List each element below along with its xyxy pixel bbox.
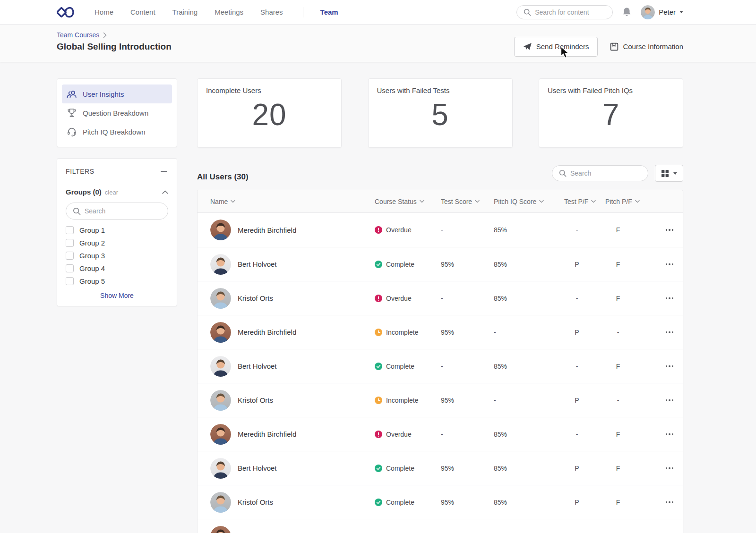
row-actions-menu-icon[interactable] bbox=[665, 465, 675, 472]
global-search-input[interactable] bbox=[535, 8, 606, 16]
collapse-filters-icon[interactable] bbox=[160, 167, 168, 176]
column-header-name[interactable]: Name bbox=[198, 198, 375, 205]
nav-item-training[interactable]: Training bbox=[172, 8, 198, 16]
stat-card-users-with-failed-tests: Users with Failed Tests5 bbox=[368, 78, 513, 148]
table-row[interactable]: Bert Holvoet Complete - 85% - F bbox=[198, 349, 683, 383]
filters-title: FILTERS bbox=[66, 168, 94, 175]
column-label: Name bbox=[210, 198, 228, 205]
pitch-pf: F bbox=[605, 226, 631, 234]
global-search[interactable] bbox=[516, 5, 613, 19]
column-header-test-p-f[interactable]: Test P/F bbox=[564, 198, 605, 205]
column-header-test-score[interactable]: Test Score bbox=[441, 198, 494, 205]
chevron-up-icon[interactable] bbox=[162, 190, 168, 194]
table-row[interactable] bbox=[198, 519, 683, 533]
test-score: - bbox=[441, 363, 443, 370]
user-menu[interactable]: Peter bbox=[641, 5, 683, 19]
group-option-group-5[interactable]: Group 5 bbox=[66, 277, 168, 285]
user-name: Meredith Birchfield bbox=[238, 430, 296, 438]
pitch-iq-score: 85% bbox=[494, 431, 507, 438]
test-pf: P bbox=[564, 499, 590, 506]
checkbox[interactable] bbox=[66, 226, 74, 234]
row-actions-menu-icon[interactable] bbox=[665, 397, 675, 404]
test-score: 95% bbox=[441, 465, 454, 472]
user-name: Kristof Orts bbox=[238, 396, 273, 404]
nav-item-meetings[interactable]: Meetings bbox=[215, 8, 243, 16]
sort-chevron-icon bbox=[591, 200, 596, 203]
insights-nav: User InsightsQuestion BreakdownPitch IQ … bbox=[57, 78, 177, 147]
avatar bbox=[210, 322, 231, 343]
paper-plane-icon bbox=[523, 42, 532, 51]
course-status: Incomplete bbox=[375, 329, 418, 336]
user-name: Peter bbox=[659, 8, 676, 16]
stats-cards: Incomplete Users20Users with Failed Test… bbox=[197, 78, 683, 148]
page-title: Global Selling Introduction bbox=[57, 42, 172, 52]
send-reminders-label: Send Reminders bbox=[536, 42, 589, 51]
sidebar-item-label: Pitch IQ Breakdown bbox=[83, 128, 146, 136]
nav-item-team[interactable]: Team bbox=[320, 8, 338, 16]
column-header-pitch-iq-score[interactable]: Pitch IQ Score bbox=[494, 198, 564, 205]
sidebar-item-question-breakdown[interactable]: Question Breakdown bbox=[62, 103, 172, 122]
test-score: 95% bbox=[441, 261, 454, 268]
group-option-group-2[interactable]: Group 2 bbox=[66, 239, 168, 247]
course-information-button[interactable]: Course Information bbox=[610, 42, 683, 51]
brand-logo-icon[interactable] bbox=[57, 6, 75, 18]
avatar bbox=[210, 254, 231, 275]
sidebar-item-user-insights[interactable]: User Insights bbox=[62, 85, 172, 103]
pitch-pf: F bbox=[605, 261, 631, 268]
table-row[interactable]: Kristof Orts Incomplete 95% - P - bbox=[198, 383, 683, 417]
group-option-group-3[interactable]: Group 3 bbox=[66, 252, 168, 260]
table-row[interactable]: Bert Holvoet Complete 95% 85% P F bbox=[198, 451, 683, 485]
avatar bbox=[210, 220, 231, 240]
table-row[interactable]: Kristof Orts Complete 95% 85% P F bbox=[198, 485, 683, 519]
table-row[interactable]: Kristof Orts Overdue - 85% - F bbox=[198, 281, 683, 315]
checkbox[interactable] bbox=[66, 239, 74, 247]
row-actions-menu-icon[interactable] bbox=[665, 226, 675, 234]
row-actions-menu-icon[interactable] bbox=[665, 363, 675, 370]
table-row[interactable]: Meredith Birchfield Incomplete 95% - P - bbox=[198, 315, 683, 349]
group-option-group-1[interactable]: Group 1 bbox=[66, 226, 168, 234]
column-header-course-status[interactable]: Course Status bbox=[375, 198, 441, 205]
groups-search[interactable] bbox=[66, 203, 168, 220]
nav-item-content[interactable]: Content bbox=[130, 8, 155, 16]
pitch-iq-score: 85% bbox=[494, 363, 507, 370]
table-body: Meredith Birchfield Overdue - 85% - F Be… bbox=[198, 213, 683, 533]
avatar bbox=[210, 356, 231, 377]
show-more-link[interactable]: Show More bbox=[66, 292, 168, 299]
row-actions-menu-icon[interactable] bbox=[665, 261, 675, 268]
breadcrumb-team-courses[interactable]: Team Courses bbox=[57, 31, 99, 39]
status-exclamation-icon bbox=[375, 295, 382, 302]
pitch-pf: - bbox=[605, 329, 631, 336]
row-actions-menu-icon[interactable] bbox=[665, 295, 675, 302]
column-header-pitch-p-f[interactable]: Pitch P/F bbox=[605, 198, 659, 205]
checkbox[interactable] bbox=[66, 264, 74, 272]
row-actions-menu-icon[interactable] bbox=[665, 431, 675, 438]
table-row[interactable]: Meredith Birchfield Overdue - 85% - F bbox=[198, 417, 683, 451]
course-status: Overdue bbox=[375, 226, 412, 234]
book-icon bbox=[610, 42, 619, 51]
group-option-label: Group 4 bbox=[79, 264, 105, 272]
groups-filter-label: Groups (0) bbox=[66, 188, 102, 196]
nav-item-shares[interactable]: Shares bbox=[260, 8, 283, 16]
row-actions-menu-icon[interactable] bbox=[665, 499, 675, 506]
groups-search-input[interactable] bbox=[85, 207, 160, 215]
table-row[interactable]: Bert Holvoet Complete 95% 85% P F bbox=[198, 247, 683, 281]
sort-chevron-icon bbox=[539, 200, 544, 203]
row-actions-menu-icon[interactable] bbox=[665, 329, 675, 336]
notifications-bell-icon[interactable] bbox=[622, 7, 631, 17]
stat-card-incomplete-users: Incomplete Users20 bbox=[197, 78, 342, 148]
send-reminders-button[interactable]: Send Reminders bbox=[514, 37, 598, 57]
test-pf: P bbox=[564, 397, 590, 404]
view-toggle-button[interactable] bbox=[655, 165, 683, 182]
group-option-group-4[interactable]: Group 4 bbox=[66, 264, 168, 272]
nav-item-home[interactable]: Home bbox=[94, 8, 113, 16]
clear-groups-link[interactable]: clear bbox=[105, 189, 118, 196]
users-search[interactable] bbox=[552, 165, 648, 181]
table-row[interactable]: Meredith Birchfield Overdue - 85% - F bbox=[198, 213, 683, 247]
users-search-input[interactable] bbox=[570, 169, 641, 177]
checkbox[interactable] bbox=[66, 277, 74, 285]
test-score: 95% bbox=[441, 397, 454, 404]
checkbox[interactable] bbox=[66, 252, 74, 260]
sidebar-item-pitch-iq-breakdown[interactable]: Pitch IQ Breakdown bbox=[62, 122, 172, 141]
pitch-pf: F bbox=[605, 499, 631, 506]
group-option-label: Group 3 bbox=[79, 252, 105, 260]
